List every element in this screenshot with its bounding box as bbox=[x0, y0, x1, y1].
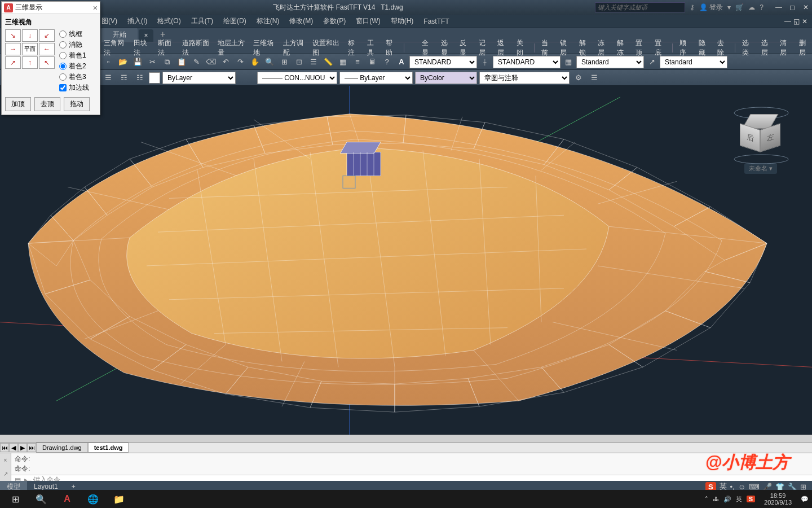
tool-list-icon[interactable]: ≡ bbox=[351, 55, 364, 69]
tray-notifications-icon[interactable]: 💬 bbox=[801, 496, 809, 503]
cmd-handle[interactable]: ×↗ bbox=[0, 453, 11, 481]
tool-pan-icon[interactable]: ✋ bbox=[248, 55, 262, 69]
view-w[interactable]: → bbox=[5, 43, 21, 55]
cloud-icon[interactable]: ☁ bbox=[748, 3, 755, 11]
lineweight-select[interactable]: —— ByLayer bbox=[339, 72, 413, 84]
expand-cmd-icon[interactable]: ↗ bbox=[3, 471, 8, 477]
tool-dist-icon[interactable]: 📏 bbox=[321, 55, 335, 69]
help-search-input[interactable] bbox=[595, 2, 685, 12]
signin-button[interactable]: 👤 登录 bbox=[699, 3, 723, 12]
doc-minimize-button[interactable]: — bbox=[784, 17, 791, 25]
dim-icon[interactable]: ⟊ bbox=[478, 55, 492, 69]
settings-list-icon[interactable]: ☰ bbox=[588, 71, 601, 85]
tool-undo2-icon[interactable]: ↶ bbox=[219, 55, 232, 69]
menu-insert[interactable]: 插入(I) bbox=[127, 16, 147, 26]
menu-fasttft[interactable]: FastTFT bbox=[423, 17, 449, 25]
tray-up-icon[interactable]: ˄ bbox=[705, 496, 708, 503]
exchange-icon[interactable]: ⚷ bbox=[690, 3, 695, 11]
menu-view[interactable]: 图(V) bbox=[102, 16, 117, 26]
menu-modify[interactable]: 修改(M) bbox=[289, 16, 313, 26]
tab-nav-last[interactable]: ⏭ bbox=[27, 443, 36, 452]
rb-sellayer[interactable]: 选层 bbox=[759, 37, 774, 59]
tab-nav-next[interactable]: ▶ bbox=[18, 443, 27, 452]
view-ne[interactable]: ↙ bbox=[39, 29, 55, 42]
tab-nav-prev[interactable]: ◀ bbox=[9, 443, 18, 452]
minimize-button[interactable]: — bbox=[773, 2, 785, 12]
rb-clearlayer[interactable]: 清层 bbox=[778, 37, 793, 59]
view-se[interactable]: ↖ bbox=[39, 56, 55, 69]
check-edges[interactable]: 加边线 bbox=[59, 83, 96, 93]
close-cmd-icon[interactable]: × bbox=[4, 457, 7, 463]
taskbar-explorer-icon[interactable]: 📁 bbox=[107, 491, 131, 507]
doc-close-button[interactable]: ✕ bbox=[802, 17, 807, 25]
tool-zoomext-icon[interactable]: ⊡ bbox=[292, 55, 306, 69]
settings-gear-icon[interactable]: ⚙ bbox=[572, 71, 585, 85]
view-n[interactable]: ↓ bbox=[22, 29, 38, 42]
radio-hidden[interactable]: 消隐 bbox=[59, 40, 96, 50]
taskbar-clock[interactable]: 18:592020/9/13 bbox=[760, 492, 796, 506]
tool-zoom-icon[interactable]: 🔍 bbox=[263, 55, 276, 69]
layer-states-icon[interactable]: ☷ bbox=[133, 71, 147, 85]
rb-seltype[interactable]: 选类 bbox=[740, 37, 755, 59]
menu-format[interactable]: 格式(O) bbox=[157, 16, 180, 26]
dim-style-select[interactable]: STANDARD bbox=[493, 56, 561, 68]
drawing-viewport[interactable]: [-][自定义视图][概念] bbox=[0, 86, 812, 435]
tool-redo2-icon[interactable]: ↷ bbox=[233, 55, 247, 69]
radio-shade3[interactable]: 着色3 bbox=[59, 72, 96, 82]
menu-parametric[interactable]: 参数(P) bbox=[323, 16, 346, 26]
layer-prop-icon[interactable]: ☰ bbox=[102, 71, 115, 85]
doc-restore-button[interactable]: ◱ bbox=[793, 17, 800, 25]
tool-text-icon[interactable]: A bbox=[395, 55, 408, 69]
command-history[interactable]: 命令: 命令: bbox=[11, 453, 812, 475]
radio-shade2[interactable]: 着色2 bbox=[59, 62, 96, 71]
help-icon[interactable]: ? bbox=[760, 3, 764, 11]
linetype-select[interactable]: ——— CON...NUOU bbox=[257, 72, 337, 84]
tool-cut-icon[interactable]: ✂ bbox=[145, 55, 159, 69]
mleader-style-select[interactable]: Standard bbox=[660, 56, 727, 68]
menu-dimension[interactable]: 标注(N) bbox=[257, 16, 280, 26]
view-e[interactable]: ← bbox=[39, 43, 55, 55]
viewport-hscrollbar[interactable] bbox=[0, 435, 812, 443]
color-swatch[interactable] bbox=[149, 72, 160, 84]
menu-help[interactable]: 帮助(H) bbox=[391, 16, 414, 26]
layer-filter-icon[interactable]: ☶ bbox=[117, 71, 131, 85]
menu-tools[interactable]: 工具(T) bbox=[191, 16, 213, 26]
table-icon[interactable]: ▦ bbox=[562, 55, 575, 69]
cart-icon[interactable]: 🛒 bbox=[735, 3, 744, 11]
tool-match-icon[interactable]: ✎ bbox=[189, 55, 203, 69]
view-nw[interactable]: ↘ bbox=[5, 29, 21, 42]
maximize-button[interactable]: ◻ bbox=[786, 2, 798, 12]
radio-shade1[interactable]: 着色1 bbox=[59, 51, 96, 60]
tool-new-icon[interactable]: ▫ bbox=[102, 55, 115, 69]
tool-paste-icon[interactable]: 📋 bbox=[175, 55, 188, 69]
tab-nav-first[interactable]: ⏮ bbox=[0, 443, 9, 452]
taskbar-chrome-icon[interactable]: 🌐 bbox=[81, 491, 105, 507]
remove-top-button[interactable]: 去顶 bbox=[34, 97, 60, 111]
menu-window[interactable]: 窗口(W) bbox=[356, 16, 380, 26]
anno-scale-select[interactable]: 章图与注释 bbox=[479, 72, 570, 84]
rb-dellayer[interactable]: 删层 bbox=[797, 37, 812, 59]
3d-display-palette[interactable]: A 三维显示 × 三维视角 ↘ ↓ ↙ → 平面 ← ↗ ↑ ↖ 线框 消隐 着… bbox=[1, 1, 100, 115]
palette-close-button[interactable]: × bbox=[93, 3, 98, 12]
view-sw[interactable]: ↗ bbox=[5, 56, 21, 69]
file-tab-0[interactable]: Drawing1.dwg bbox=[36, 443, 88, 453]
tool-help2-icon[interactable]: ? bbox=[380, 55, 394, 69]
start-button[interactable]: ⊞ bbox=[3, 491, 27, 507]
tool-area-icon[interactable]: ▦ bbox=[336, 55, 350, 69]
file-tab-1[interactable]: test1.dwg bbox=[88, 443, 129, 453]
tray-network-icon[interactable]: 🖧 bbox=[713, 496, 719, 502]
tool-zoomwin-icon[interactable]: ⊞ bbox=[277, 55, 291, 69]
menu-draw[interactable]: 绘图(D) bbox=[223, 16, 246, 26]
table-style-select[interactable]: Standard bbox=[576, 56, 644, 68]
tool-calc-icon[interactable]: 🖩 bbox=[365, 55, 379, 69]
search-taskbar-icon[interactable]: 🔍 bbox=[29, 491, 53, 507]
plotcolor-select[interactable]: ByColor bbox=[415, 72, 477, 84]
tray-sogou-icon[interactable]: S bbox=[747, 496, 755, 502]
tool-save-icon[interactable]: 💾 bbox=[131, 55, 144, 69]
layer-select[interactable]: ByLayer bbox=[162, 72, 236, 84]
tray-sound-icon[interactable]: 🔊 bbox=[723, 496, 731, 503]
taskbar-autocad-icon[interactable]: A bbox=[55, 491, 79, 507]
tool-open-icon[interactable]: 📂 bbox=[116, 55, 130, 69]
tool-erase-icon[interactable]: ⌫ bbox=[204, 55, 218, 69]
tool-copy-icon[interactable]: ⧉ bbox=[160, 55, 174, 69]
